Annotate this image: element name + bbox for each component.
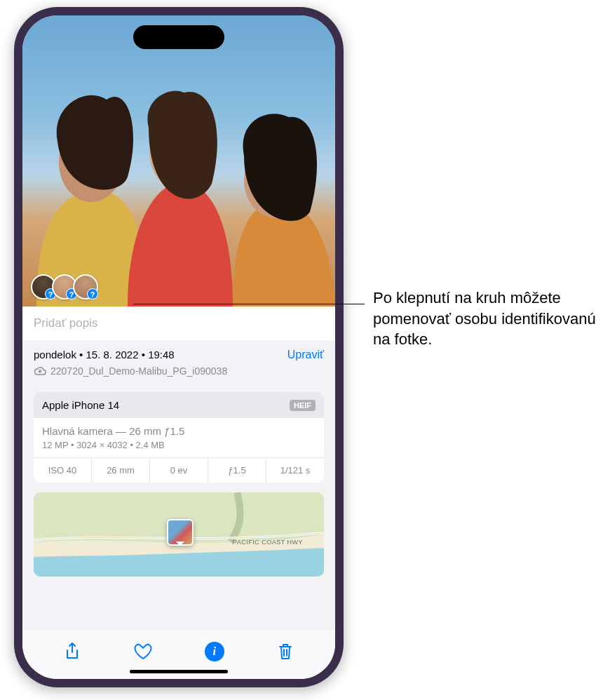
- info-button[interactable]: i: [201, 638, 229, 666]
- phone-screen: ? ? ? Pridať popis pondelok • 15. 8. 202…: [22, 15, 335, 679]
- trash-button[interactable]: [271, 638, 299, 666]
- heart-icon: [133, 642, 153, 661]
- location-map[interactable]: PACIFIC COAST HWY: [34, 492, 324, 577]
- favorite-button[interactable]: [129, 638, 157, 666]
- lens-info: Hlavná kamera — 26 mm ƒ1.5: [42, 425, 316, 437]
- callout-text: Po klepnutí na kruh môžete pomenovať oso…: [373, 288, 597, 350]
- dynamic-island: [133, 25, 224, 49]
- share-icon: [64, 642, 81, 661]
- photo-preview[interactable]: ? ? ?: [22, 15, 335, 307]
- format-badge: HEIF: [290, 400, 316, 411]
- face-circles-row: ? ? ?: [31, 274, 94, 299]
- exif-row: ISO 40 26 mm 0 ev ƒ1.5 1/121 s: [34, 457, 324, 483]
- trash-icon: [277, 642, 294, 661]
- resolution-info: 12 MP • 3024 × 4032 • 2,4 MB: [42, 440, 316, 450]
- face-circle-3[interactable]: ?: [73, 274, 98, 299]
- exif-shutter: 1/121 s: [266, 458, 324, 483]
- info-icon: i: [205, 642, 224, 661]
- exif-iso: ISO 40: [34, 458, 91, 483]
- exif-ev: 0 ev: [149, 458, 208, 483]
- phone-frame: ? ? ? Pridať popis pondelok • 15. 8. 202…: [14, 7, 344, 687]
- filename-text: 220720_Dul_Demo-Malibu_PG_i090038: [50, 365, 227, 377]
- face-badge-icon: ?: [87, 288, 98, 299]
- callout-leader-line: [133, 304, 365, 304]
- exif-focal: 26 mm: [91, 458, 149, 483]
- map-pin[interactable]: [167, 519, 194, 546]
- map-road-label: PACIFIC COAST HWY: [233, 539, 303, 546]
- caption-input[interactable]: Pridať popis: [22, 307, 335, 340]
- camera-info-card: Apple iPhone 14 HEIF Hlavná kamera — 26 …: [34, 392, 324, 483]
- metadata-section: pondelok • 15. 8. 2022 • 19:48 Upraviť 2…: [22, 340, 335, 384]
- photo-date: pondelok • 15. 8. 2022 • 19:48: [34, 349, 175, 361]
- cloud-icon: [34, 366, 46, 376]
- device-name: Apple iPhone 14: [42, 399, 119, 411]
- share-button[interactable]: [58, 638, 86, 666]
- edit-button[interactable]: Upraviť: [287, 349, 324, 361]
- home-indicator[interactable]: [130, 670, 228, 673]
- exif-aperture: ƒ1.5: [208, 458, 266, 483]
